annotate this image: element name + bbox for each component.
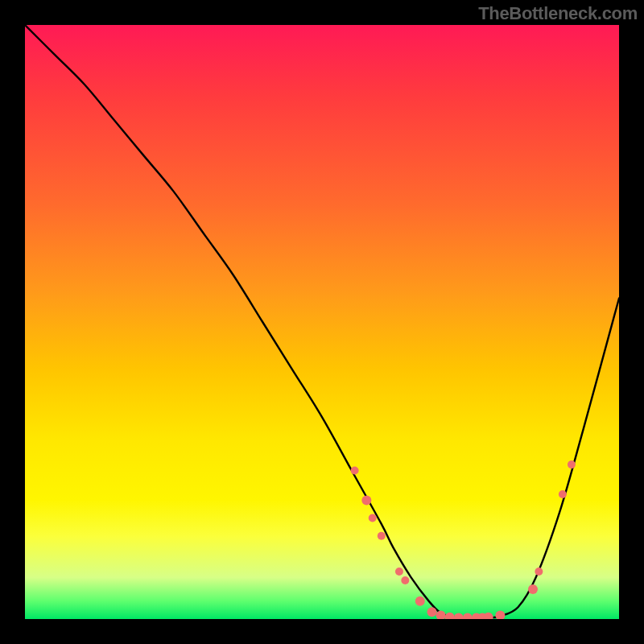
data-marker — [484, 613, 493, 619]
data-marker — [401, 576, 409, 584]
watermark-text: TheBottleneck.com — [478, 3, 638, 24]
data-marker — [361, 495, 371, 505]
data-marker — [351, 467, 359, 475]
plot-area — [25, 25, 619, 619]
data-marker — [559, 490, 567, 498]
data-marker — [369, 514, 377, 522]
data-marker — [463, 613, 473, 619]
bottleneck-curve — [25, 25, 619, 618]
data-marker — [436, 611, 446, 619]
data-marker — [568, 460, 576, 469]
data-marker — [415, 597, 425, 606]
data-marker — [528, 584, 538, 594]
data-marker — [378, 532, 386, 540]
data-marker — [427, 607, 437, 617]
curve-layer — [25, 25, 619, 619]
data-marker — [445, 613, 455, 619]
data-marker — [395, 568, 403, 576]
data-marker — [495, 611, 505, 619]
marker-group — [351, 460, 576, 619]
data-marker — [535, 568, 543, 576]
chart-frame: TheBottleneck.com — [0, 0, 644, 644]
data-marker — [454, 613, 464, 619]
